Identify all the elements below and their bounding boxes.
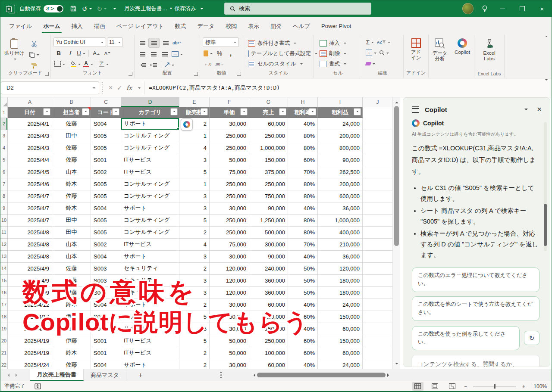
alignment-dialog-launcher[interactable] (194, 72, 198, 76)
cell-A21[interactable]: 2025/4/19 (8, 347, 52, 359)
cell-J21[interactable] (363, 347, 393, 359)
sheet-options-icon[interactable] (220, 374, 222, 376)
cell-C14[interactable]: S003 (91, 262, 121, 274)
cell-E20[interactable]: 5 (179, 335, 210, 347)
cell-B14[interactable]: 佐藤 (52, 262, 91, 274)
filter-button[interactable] (43, 108, 50, 115)
excel-app-icon[interactable]: X (6, 4, 15, 13)
cell-F22[interactable]: 30,000 (210, 359, 249, 369)
cell-C3[interactable]: S005 (91, 130, 121, 142)
cell-I5[interactable]: 90,000 (318, 154, 363, 166)
cell-B9[interactable]: 鈴木 (52, 202, 91, 214)
cell-H4[interactable]: 80% (288, 142, 318, 154)
table-column-header[interactable]: カテゴリ (121, 107, 179, 118)
borders-button[interactable] (53, 59, 66, 68)
cell-H21[interactable]: 60% (288, 347, 318, 359)
cell-C10[interactable]: S005 (91, 214, 121, 226)
column-header-F[interactable]: F (210, 97, 249, 107)
ribbon-tab[interactable]: ページ レイアウト (111, 17, 169, 35)
filter-button[interactable] (201, 108, 208, 115)
cell-G13[interactable]: 90,000 (249, 250, 288, 262)
minimize-button[interactable] (492, 0, 512, 17)
table-column-header[interactable]: 売上 (249, 107, 288, 118)
column-header-A[interactable]: A (8, 97, 52, 107)
insert-cells-button[interactable]: 挿入 (318, 38, 362, 48)
copilot-ribbon-button[interactable]: Copilot (451, 35, 474, 78)
user-avatar[interactable] (462, 3, 474, 14)
collapse-ribbon-button[interactable] (545, 36, 548, 38)
cell-B4[interactable]: 佐藤 (52, 142, 91, 154)
zoom-slider[interactable] (473, 386, 516, 386)
cell-F10[interactable]: 250,000 (210, 214, 249, 226)
filter-button[interactable] (240, 108, 248, 115)
copilot-prompt-input[interactable] (417, 360, 534, 367)
ribbon-tab[interactable]: 校閲 (220, 17, 242, 35)
cell-G17[interactable]: 60,000 (249, 299, 288, 311)
cell-E9[interactable]: 3 (179, 202, 210, 214)
cell-C21[interactable]: S001 (91, 347, 121, 359)
cell-I16[interactable]: 180,000 (318, 286, 363, 299)
cell-H6[interactable]: 70% (288, 166, 318, 178)
cell-H12[interactable]: 70% (288, 238, 318, 250)
italic-button[interactable]: I (65, 49, 75, 58)
cell-I6[interactable]: 262,500 (318, 166, 363, 178)
cell-A17[interactable]: 2025/4/12 (8, 299, 52, 311)
row-header-18[interactable]: 18 (0, 311, 8, 323)
font-name-select[interactable]: Yu Gothic UI (53, 37, 106, 47)
document-title[interactable]: 月次売上報告書… • 保存済み (124, 5, 203, 12)
cell-G8[interactable]: 750,000 (249, 190, 288, 202)
cell-J3[interactable] (363, 130, 393, 142)
ribbon-tab[interactable]: Power Pivot (316, 17, 357, 35)
cell-G4[interactable]: 1,000,000 (249, 142, 288, 154)
fill-handle[interactable] (177, 128, 179, 130)
cell-G2[interactable]: 60,000 (249, 118, 288, 130)
insert-function-button[interactable]: fx (126, 84, 132, 91)
row-header-6[interactable]: 6 (0, 166, 8, 178)
cell-B13[interactable]: 山本 (52, 250, 91, 262)
cell-G9[interactable]: 90,000 (249, 202, 288, 214)
row-header-11[interactable]: 11 (0, 226, 8, 238)
filter-button[interactable] (112, 108, 119, 115)
increase-indent-button[interactable] (148, 60, 159, 69)
table-column-header[interactable]: 単価 (210, 107, 249, 118)
cell-I13[interactable]: 36,000 (318, 250, 363, 262)
cell-C7[interactable]: S005 (91, 178, 121, 190)
name-box[interactable]: D2 (1, 81, 99, 94)
center-button[interactable] (148, 50, 159, 59)
sheet-tab[interactable]: 商品マスタ (84, 369, 126, 381)
horizontal-scrollbar[interactable] (252, 372, 391, 378)
column-header-I[interactable]: I (318, 97, 363, 107)
cell-J7[interactable] (363, 178, 393, 190)
autosum-button[interactable]: Σ (365, 37, 375, 47)
close-button[interactable]: × (532, 0, 552, 17)
cell-I8[interactable]: 600,000 (318, 190, 363, 202)
cell-J13[interactable] (363, 250, 393, 262)
cell-F15[interactable]: 120,000 (210, 274, 249, 286)
merge-center-button[interactable] (171, 50, 184, 59)
accounting-format-button[interactable] (203, 49, 213, 58)
increase-decimal-button[interactable]: ←.0 (203, 59, 213, 68)
cell-G12[interactable]: 300,000 (249, 238, 288, 250)
cell-I10[interactable]: 1,000,000 (318, 214, 363, 226)
vertical-scrollbar[interactable] (392, 97, 400, 369)
cell-I18[interactable]: 150,000 (318, 311, 363, 323)
cell-C5[interactable]: S001 (91, 154, 121, 166)
cell-H19[interactable]: 40% (288, 323, 318, 335)
column-header-B[interactable]: B (52, 97, 91, 107)
cell-D17[interactable]: サポート (121, 299, 179, 311)
cell-C6[interactable]: S002 (91, 166, 121, 178)
row-header-3[interactable]: 3 (0, 130, 8, 142)
cell-A4[interactable]: 2025/4/3 (8, 142, 52, 154)
cell-A22[interactable]: 2025/4/24 (8, 359, 52, 369)
cell-D10[interactable]: コンサルティング (121, 214, 179, 226)
cell-J10[interactable] (363, 214, 393, 226)
clipboard-dialog-launcher[interactable] (45, 72, 49, 76)
cell-G10[interactable]: 1,250,000 (249, 214, 288, 226)
cell-F2[interactable]: 30,000 (210, 118, 249, 130)
cell-G22[interactable]: 60,000 (249, 359, 288, 369)
cell-D12[interactable]: ITサービス (121, 238, 179, 250)
fill-color-button[interactable] (70, 59, 82, 68)
cell-D22[interactable]: サポート (121, 359, 179, 369)
cell-C16[interactable]: S003 (91, 286, 121, 299)
cell-F19[interactable]: 30,000 (210, 323, 249, 335)
